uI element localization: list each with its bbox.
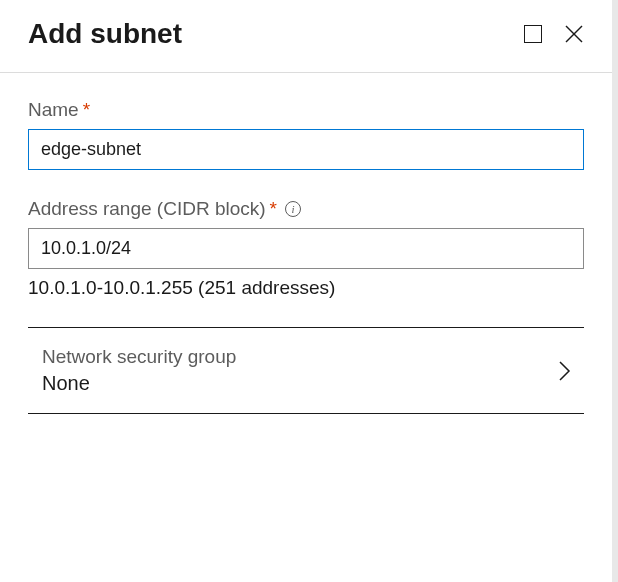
name-field-group: Name * [28,99,584,170]
nsg-nav-item[interactable]: Network security group None [28,328,584,414]
nsg-value: None [42,372,236,395]
header-actions [524,24,584,44]
chevron-right-icon [558,359,572,383]
required-indicator: * [270,198,277,220]
address-range-helper: 10.0.1.0-10.0.1.255 (251 addresses) [28,277,584,299]
required-indicator: * [83,99,90,121]
panel-header: Add subnet [0,0,612,73]
close-icon[interactable] [564,24,584,44]
maximize-icon[interactable] [524,25,542,43]
name-label-row: Name * [28,99,584,121]
name-input[interactable] [28,129,584,170]
info-icon[interactable]: i [285,201,301,217]
panel-title: Add subnet [28,18,182,50]
address-range-label-row: Address range (CIDR block) * i [28,198,584,220]
address-range-label: Address range (CIDR block) [28,198,266,220]
address-range-field-group: Address range (CIDR block) * i 10.0.1.0-… [28,198,584,299]
name-label: Name [28,99,79,121]
nsg-label: Network security group [42,346,236,368]
panel-content: Name * Address range (CIDR block) * i 10… [0,73,612,414]
nsg-text: Network security group None [42,346,236,395]
address-range-input[interactable] [28,228,584,269]
